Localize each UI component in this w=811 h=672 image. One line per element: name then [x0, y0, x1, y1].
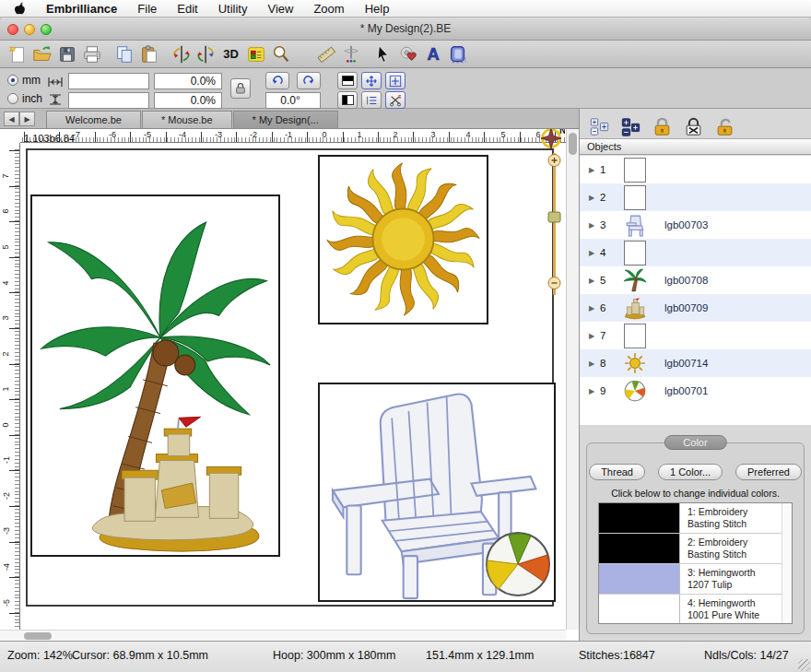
design-group-palm-castle[interactable]	[30, 195, 280, 557]
beach-ball-design[interactable]	[483, 529, 553, 599]
object-row[interactable]: ▶ 5 lgb00708	[580, 266, 811, 294]
object-row[interactable]: ▶ 2	[580, 183, 811, 211]
lock-none-icon[interactable]	[683, 117, 704, 137]
disclosure-triangle-icon[interactable]: ▶	[589, 249, 600, 257]
open-button[interactable]	[29, 42, 54, 66]
menu-help[interactable]: Help	[365, 2, 390, 16]
color-row[interactable]: 2: Embroidery Basting Stitch	[599, 534, 792, 564]
move-design-button[interactable]	[361, 72, 382, 89]
sandcastle-design[interactable]	[76, 414, 276, 554]
print-icon	[82, 44, 102, 65]
design-canvas[interactable]: -7-6-5-4-3-2-10123456 76543210-1-2-3-4-5…	[0, 129, 579, 641]
collapse-groups-icon[interactable]	[620, 117, 641, 137]
design-group-sun[interactable]	[318, 155, 488, 324]
width-percent-input[interactable]: 0.0%	[154, 73, 222, 89]
color-row[interactable]: 4: Hemingworth 1001 Pure White	[599, 595, 792, 624]
document-tab[interactable]: * Mouse.be	[142, 111, 232, 128]
one-color-button[interactable]: 1 Color...	[658, 464, 723, 480]
unlock-icon[interactable]	[714, 117, 735, 137]
view-split-horizontal-button[interactable]	[337, 72, 358, 89]
save-floppy-icon	[57, 44, 77, 65]
rotate-left-button[interactable]	[265, 72, 289, 89]
lock-icon[interactable]	[652, 117, 673, 137]
center-design-button[interactable]	[385, 72, 406, 89]
menu-file[interactable]: File	[137, 2, 157, 16]
object-row[interactable]: ▶ 9 lgb00701	[580, 377, 811, 405]
object-row[interactable]: ▶ 7	[580, 322, 811, 349]
object-row[interactable]: ▶ 3 lgb00703	[580, 211, 811, 239]
disclosure-triangle-icon[interactable]: ▶	[589, 304, 600, 312]
ruler-tick-label: -6	[109, 130, 116, 139]
height-input[interactable]	[68, 92, 149, 109]
thread-button[interactable]: Thread	[589, 464, 645, 480]
color-row[interactable]: 3: Hemingworth 1207 Tulip	[599, 564, 792, 595]
design-group-chair-ball[interactable]	[318, 383, 556, 602]
horizontal-scrollbar[interactable]	[0, 630, 566, 641]
stitch-simulator-button[interactable]	[338, 42, 363, 66]
zoom-magnifier-icon	[271, 44, 291, 65]
properties-button[interactable]	[243, 42, 268, 66]
menu-edit[interactable]: Edit	[177, 2, 197, 16]
color-swatch[interactable]	[599, 534, 680, 563]
horizontal-scrollbar-thumb[interactable]	[24, 632, 52, 640]
lettering-button[interactable]: A	[420, 42, 445, 66]
properties-palette-icon	[246, 44, 266, 65]
unit-mm-radio[interactable]: mm	[7, 74, 41, 87]
new-document-button[interactable]	[5, 42, 29, 66]
stitch-list-button[interactable]	[361, 91, 382, 109]
rotation-input[interactable]: 0.0°	[265, 92, 321, 109]
zoom-slider[interactable]	[547, 146, 562, 302]
disclosure-triangle-icon[interactable]: ▶	[589, 332, 600, 340]
menu-view[interactable]: View	[267, 2, 293, 16]
height-percent-input[interactable]: 0.0%	[154, 92, 222, 109]
disclosure-triangle-icon[interactable]: ▶	[589, 194, 600, 202]
sun-design[interactable]	[323, 159, 484, 320]
document-tab[interactable]: Welcome.be	[46, 111, 141, 128]
object-row[interactable]: ▶ 4	[580, 239, 811, 266]
rotate-right-button[interactable]	[297, 72, 321, 89]
color-swatch[interactable]	[599, 564, 680, 594]
menu-zoom[interactable]: Zoom	[313, 2, 344, 16]
preferred-button[interactable]: Preferred	[735, 464, 802, 480]
measure-button[interactable]	[313, 42, 338, 66]
disclosure-triangle-icon[interactable]: ▶	[589, 277, 600, 285]
lock-aspect-button[interactable]	[230, 78, 251, 99]
disclosure-triangle-icon[interactable]: ▶	[589, 221, 600, 230]
flip-horizontal-button[interactable]	[169, 42, 194, 66]
monogram-button[interactable]	[445, 42, 470, 66]
width-input[interactable]	[68, 73, 149, 89]
expand-groups-icon[interactable]	[589, 117, 610, 137]
object-row[interactable]: ▶ 8 lgb00714	[580, 349, 811, 377]
unit-inch-radio[interactable]: inch	[7, 92, 42, 105]
color-index-line: 4: Hemingworth	[688, 597, 756, 608]
print-button[interactable]	[79, 42, 104, 66]
paste-button[interactable]	[136, 42, 161, 66]
trim-button[interactable]	[385, 91, 406, 109]
zoom-tool-button[interactable]	[268, 42, 293, 66]
copy-button[interactable]	[112, 42, 136, 66]
view-split-vertical-button[interactable]	[337, 91, 358, 109]
menu-app-name[interactable]: Embrilliance	[46, 2, 117, 16]
disclosure-triangle-icon[interactable]: ▶	[589, 387, 600, 395]
disclosure-triangle-icon[interactable]: ▶	[589, 166, 600, 174]
resize-grip[interactable]	[798, 659, 810, 671]
tab-scroll-right-button[interactable]: ▶	[19, 112, 35, 126]
flip-vertical-button[interactable]	[194, 42, 218, 66]
menu-utility[interactable]: Utility	[218, 2, 248, 16]
design-merge-button[interactable]	[395, 42, 420, 66]
color-row[interactable]: 1: Embroidery Basting Stitch	[599, 503, 792, 534]
vertical-scrollbar-thumb[interactable]	[569, 133, 577, 155]
apple-menu-icon[interactable]	[13, 2, 26, 16]
color-swatch[interactable]	[599, 503, 680, 533]
color-list-scrollbar[interactable]	[782, 503, 792, 623]
vertical-scrollbar[interactable]	[566, 129, 579, 630]
tab-scroll-left-button[interactable]: ◀	[4, 112, 19, 126]
object-row[interactable]: ▶ 1	[580, 156, 811, 183]
document-tab[interactable]: * My Design(...	[233, 111, 338, 128]
select-tool-button[interactable]	[370, 42, 395, 66]
save-button[interactable]	[54, 42, 79, 66]
3d-view-button[interactable]: 3D	[218, 42, 243, 66]
object-row[interactable]: ▶ 6 lgb00709	[580, 294, 811, 322]
color-swatch[interactable]	[599, 595, 680, 624]
disclosure-triangle-icon[interactable]: ▶	[589, 360, 600, 368]
